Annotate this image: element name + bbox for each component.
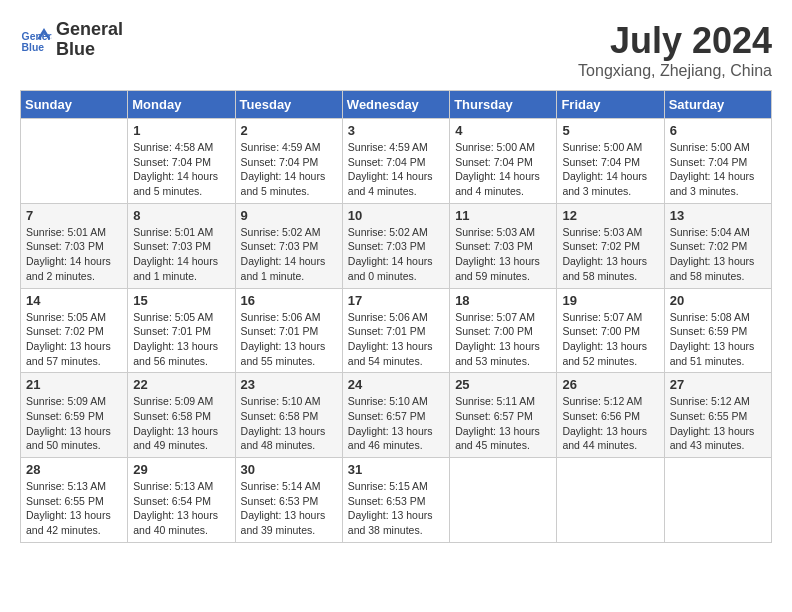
day-number: 12 xyxy=(562,208,658,223)
day-number: 1 xyxy=(133,123,229,138)
week-row-4: 21Sunrise: 5:09 AM Sunset: 6:59 PM Dayli… xyxy=(21,373,772,458)
location-subtitle: Tongxiang, Zhejiang, China xyxy=(578,62,772,80)
day-number: 3 xyxy=(348,123,444,138)
day-info: Sunrise: 5:09 AM Sunset: 6:59 PM Dayligh… xyxy=(26,394,122,453)
day-cell: 16Sunrise: 5:06 AM Sunset: 7:01 PM Dayli… xyxy=(235,288,342,373)
day-number: 23 xyxy=(241,377,337,392)
day-cell: 4Sunrise: 5:00 AM Sunset: 7:04 PM Daylig… xyxy=(450,119,557,204)
day-cell: 5Sunrise: 5:00 AM Sunset: 7:04 PM Daylig… xyxy=(557,119,664,204)
day-number: 4 xyxy=(455,123,551,138)
day-info: Sunrise: 5:05 AM Sunset: 7:02 PM Dayligh… xyxy=(26,310,122,369)
day-number: 28 xyxy=(26,462,122,477)
day-info: Sunrise: 5:12 AM Sunset: 6:56 PM Dayligh… xyxy=(562,394,658,453)
calendar-table: SundayMondayTuesdayWednesdayThursdayFrid… xyxy=(20,90,772,543)
day-cell xyxy=(664,458,771,543)
day-number: 31 xyxy=(348,462,444,477)
day-cell: 28Sunrise: 5:13 AM Sunset: 6:55 PM Dayli… xyxy=(21,458,128,543)
day-cell: 26Sunrise: 5:12 AM Sunset: 6:56 PM Dayli… xyxy=(557,373,664,458)
day-cell: 7Sunrise: 5:01 AM Sunset: 7:03 PM Daylig… xyxy=(21,203,128,288)
day-header-friday: Friday xyxy=(557,91,664,119)
day-info: Sunrise: 5:08 AM Sunset: 6:59 PM Dayligh… xyxy=(670,310,766,369)
page-header: General Blue General Blue July 2024 Tong… xyxy=(20,20,772,80)
day-info: Sunrise: 5:10 AM Sunset: 6:57 PM Dayligh… xyxy=(348,394,444,453)
day-info: Sunrise: 4:58 AM Sunset: 7:04 PM Dayligh… xyxy=(133,140,229,199)
day-info: Sunrise: 5:00 AM Sunset: 7:04 PM Dayligh… xyxy=(670,140,766,199)
day-cell: 30Sunrise: 5:14 AM Sunset: 6:53 PM Dayli… xyxy=(235,458,342,543)
day-number: 2 xyxy=(241,123,337,138)
month-year-title: July 2024 xyxy=(578,20,772,62)
day-cell: 21Sunrise: 5:09 AM Sunset: 6:59 PM Dayli… xyxy=(21,373,128,458)
day-cell: 18Sunrise: 5:07 AM Sunset: 7:00 PM Dayli… xyxy=(450,288,557,373)
day-cell xyxy=(450,458,557,543)
day-cell: 14Sunrise: 5:05 AM Sunset: 7:02 PM Dayli… xyxy=(21,288,128,373)
day-info: Sunrise: 5:09 AM Sunset: 6:58 PM Dayligh… xyxy=(133,394,229,453)
day-number: 22 xyxy=(133,377,229,392)
day-header-thursday: Thursday xyxy=(450,91,557,119)
day-cell: 3Sunrise: 4:59 AM Sunset: 7:04 PM Daylig… xyxy=(342,119,449,204)
svg-text:Blue: Blue xyxy=(22,42,45,53)
day-info: Sunrise: 5:13 AM Sunset: 6:54 PM Dayligh… xyxy=(133,479,229,538)
day-number: 20 xyxy=(670,293,766,308)
day-number: 8 xyxy=(133,208,229,223)
day-number: 16 xyxy=(241,293,337,308)
day-cell: 22Sunrise: 5:09 AM Sunset: 6:58 PM Dayli… xyxy=(128,373,235,458)
logo-icon: General Blue xyxy=(20,24,52,56)
day-number: 10 xyxy=(348,208,444,223)
day-cell: 13Sunrise: 5:04 AM Sunset: 7:02 PM Dayli… xyxy=(664,203,771,288)
day-info: Sunrise: 5:04 AM Sunset: 7:02 PM Dayligh… xyxy=(670,225,766,284)
day-number: 25 xyxy=(455,377,551,392)
day-number: 18 xyxy=(455,293,551,308)
day-info: Sunrise: 4:59 AM Sunset: 7:04 PM Dayligh… xyxy=(241,140,337,199)
day-cell: 24Sunrise: 5:10 AM Sunset: 6:57 PM Dayli… xyxy=(342,373,449,458)
day-header-tuesday: Tuesday xyxy=(235,91,342,119)
day-info: Sunrise: 5:15 AM Sunset: 6:53 PM Dayligh… xyxy=(348,479,444,538)
day-cell xyxy=(21,119,128,204)
day-info: Sunrise: 5:11 AM Sunset: 6:57 PM Dayligh… xyxy=(455,394,551,453)
day-number: 6 xyxy=(670,123,766,138)
day-number: 11 xyxy=(455,208,551,223)
day-info: Sunrise: 5:06 AM Sunset: 7:01 PM Dayligh… xyxy=(348,310,444,369)
day-cell: 31Sunrise: 5:15 AM Sunset: 6:53 PM Dayli… xyxy=(342,458,449,543)
day-info: Sunrise: 5:14 AM Sunset: 6:53 PM Dayligh… xyxy=(241,479,337,538)
day-number: 24 xyxy=(348,377,444,392)
day-header-sunday: Sunday xyxy=(21,91,128,119)
day-number: 19 xyxy=(562,293,658,308)
day-info: Sunrise: 5:00 AM Sunset: 7:04 PM Dayligh… xyxy=(562,140,658,199)
day-info: Sunrise: 5:05 AM Sunset: 7:01 PM Dayligh… xyxy=(133,310,229,369)
day-cell: 10Sunrise: 5:02 AM Sunset: 7:03 PM Dayli… xyxy=(342,203,449,288)
day-info: Sunrise: 5:02 AM Sunset: 7:03 PM Dayligh… xyxy=(241,225,337,284)
day-info: Sunrise: 5:01 AM Sunset: 7:03 PM Dayligh… xyxy=(133,225,229,284)
day-info: Sunrise: 5:10 AM Sunset: 6:58 PM Dayligh… xyxy=(241,394,337,453)
day-number: 9 xyxy=(241,208,337,223)
title-block: July 2024 Tongxiang, Zhejiang, China xyxy=(578,20,772,80)
day-number: 14 xyxy=(26,293,122,308)
day-cell: 15Sunrise: 5:05 AM Sunset: 7:01 PM Dayli… xyxy=(128,288,235,373)
week-row-1: 1Sunrise: 4:58 AM Sunset: 7:04 PM Daylig… xyxy=(21,119,772,204)
day-cell: 23Sunrise: 5:10 AM Sunset: 6:58 PM Dayli… xyxy=(235,373,342,458)
day-cell: 19Sunrise: 5:07 AM Sunset: 7:00 PM Dayli… xyxy=(557,288,664,373)
day-cell: 2Sunrise: 4:59 AM Sunset: 7:04 PM Daylig… xyxy=(235,119,342,204)
day-cell: 6Sunrise: 5:00 AM Sunset: 7:04 PM Daylig… xyxy=(664,119,771,204)
day-info: Sunrise: 5:07 AM Sunset: 7:00 PM Dayligh… xyxy=(455,310,551,369)
day-cell: 29Sunrise: 5:13 AM Sunset: 6:54 PM Dayli… xyxy=(128,458,235,543)
logo: General Blue General Blue xyxy=(20,20,123,60)
day-info: Sunrise: 5:12 AM Sunset: 6:55 PM Dayligh… xyxy=(670,394,766,453)
day-info: Sunrise: 5:06 AM Sunset: 7:01 PM Dayligh… xyxy=(241,310,337,369)
day-header-wednesday: Wednesday xyxy=(342,91,449,119)
day-info: Sunrise: 5:13 AM Sunset: 6:55 PM Dayligh… xyxy=(26,479,122,538)
day-header-monday: Monday xyxy=(128,91,235,119)
week-row-2: 7Sunrise: 5:01 AM Sunset: 7:03 PM Daylig… xyxy=(21,203,772,288)
week-row-3: 14Sunrise: 5:05 AM Sunset: 7:02 PM Dayli… xyxy=(21,288,772,373)
day-number: 13 xyxy=(670,208,766,223)
days-header-row: SundayMondayTuesdayWednesdayThursdayFrid… xyxy=(21,91,772,119)
day-info: Sunrise: 5:02 AM Sunset: 7:03 PM Dayligh… xyxy=(348,225,444,284)
day-cell: 9Sunrise: 5:02 AM Sunset: 7:03 PM Daylig… xyxy=(235,203,342,288)
day-cell: 17Sunrise: 5:06 AM Sunset: 7:01 PM Dayli… xyxy=(342,288,449,373)
day-number: 30 xyxy=(241,462,337,477)
day-header-saturday: Saturday xyxy=(664,91,771,119)
day-number: 17 xyxy=(348,293,444,308)
day-info: Sunrise: 5:03 AM Sunset: 7:03 PM Dayligh… xyxy=(455,225,551,284)
day-cell: 11Sunrise: 5:03 AM Sunset: 7:03 PM Dayli… xyxy=(450,203,557,288)
day-info: Sunrise: 5:03 AM Sunset: 7:02 PM Dayligh… xyxy=(562,225,658,284)
day-number: 15 xyxy=(133,293,229,308)
